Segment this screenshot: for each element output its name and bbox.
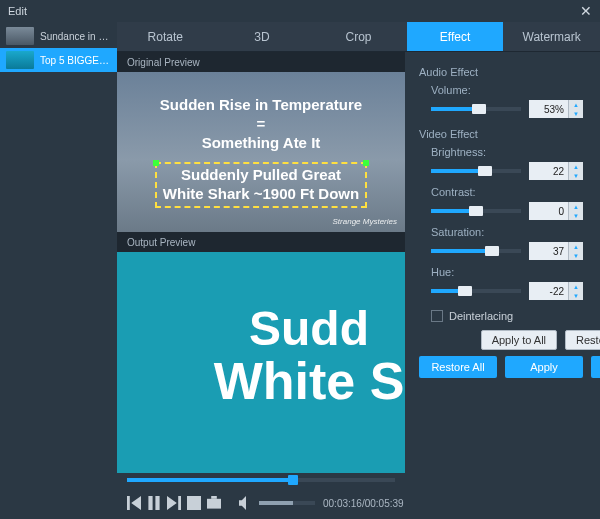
saturation-slider[interactable]	[431, 249, 521, 253]
volume-label: Volume:	[431, 84, 600, 96]
spin-down-icon[interactable]: ▼	[569, 109, 583, 118]
hue-label: Hue:	[431, 266, 600, 278]
svg-rect-0	[187, 496, 201, 510]
spin-down-icon[interactable]: ▼	[569, 291, 583, 300]
audio-effect-section: Audio Effect	[419, 66, 600, 78]
deinterlacing-label: Deinterlacing	[449, 310, 513, 322]
next-icon[interactable]	[167, 496, 181, 510]
volume-icon[interactable]	[239, 496, 253, 510]
original-preview[interactable]: Sudden Rise in Temperature = Something A…	[117, 72, 405, 232]
volume-fill	[259, 501, 293, 505]
seek-fill	[127, 478, 293, 482]
tab-crop[interactable]: Crop	[310, 22, 407, 51]
seek-slider[interactable]	[127, 478, 395, 482]
volume-slider[interactable]	[259, 501, 315, 505]
preview-text: =	[160, 115, 362, 134]
snapshot-icon[interactable]	[207, 496, 221, 510]
saturation-spinner[interactable]: 37▲▼	[529, 242, 583, 260]
preview-text: White S	[214, 354, 405, 409]
volume-spinner[interactable]: 53%▲▼	[529, 100, 583, 118]
prev-icon[interactable]	[127, 496, 141, 510]
pause-icon[interactable]	[147, 496, 161, 510]
sidebar: Sundance in 4... Top 5 BIGGES...	[0, 22, 117, 519]
preview-text: Suddenly Pulled Great	[163, 166, 359, 185]
original-preview-header: Original Preview	[117, 52, 405, 72]
svg-rect-1	[207, 499, 221, 509]
hue-slider[interactable]	[431, 289, 521, 293]
svg-rect-2	[211, 496, 217, 499]
thumbnail-icon	[6, 27, 34, 45]
hue-spinner[interactable]: -22▲▼	[529, 282, 583, 300]
preview-text: White Shark ~1900 Ft Down	[163, 185, 359, 204]
close-icon[interactable]: ✕	[580, 3, 592, 19]
spin-up-icon[interactable]: ▲	[569, 202, 583, 211]
brightness-spinner[interactable]: 22▲▼	[529, 162, 583, 180]
contrast-spinner[interactable]: 0▲▼	[529, 202, 583, 220]
tab-3d[interactable]: 3D	[214, 22, 311, 51]
brightness-label: Brightness:	[431, 146, 600, 158]
tab-effect[interactable]: Effect	[407, 22, 504, 51]
thumbnail-icon	[6, 51, 34, 69]
preview-text: Sudd	[214, 304, 405, 354]
brightness-slider[interactable]	[431, 169, 521, 173]
spin-up-icon[interactable]: ▲	[569, 242, 583, 251]
sidebar-item-label: Top 5 BIGGES...	[40, 55, 111, 66]
output-preview: Sudd White S	[117, 252, 405, 473]
sidebar-item-label: Sundance in 4...	[40, 31, 111, 42]
output-preview-header: Output Preview	[117, 232, 405, 252]
window-title: Edit	[8, 5, 27, 17]
time-display: 00:03:16/00:05:39	[323, 498, 404, 509]
sidebar-item-1[interactable]: Top 5 BIGGES...	[0, 48, 117, 72]
tab-watermark[interactable]: Watermark	[503, 22, 600, 51]
restore-all-button[interactable]: Restore All	[419, 356, 497, 378]
spin-up-icon[interactable]: ▲	[569, 282, 583, 291]
spin-up-icon[interactable]: ▲	[569, 162, 583, 171]
deinterlacing-checkbox[interactable]	[431, 310, 443, 322]
saturation-label: Saturation:	[431, 226, 600, 238]
preview-text: Sudden Rise in Temperature	[160, 96, 362, 115]
video-effect-section: Video Effect	[419, 128, 600, 140]
tab-rotate[interactable]: Rotate	[117, 22, 214, 51]
apply-button[interactable]: Apply	[505, 356, 583, 378]
spin-down-icon[interactable]: ▼	[569, 211, 583, 220]
watermark-text: Strange Mysteries	[333, 217, 397, 226]
close-button[interactable]: Close	[591, 356, 600, 378]
spin-down-icon[interactable]: ▼	[569, 171, 583, 180]
text-selection-box[interactable]: Suddenly Pulled Great White Shark ~1900 …	[155, 162, 367, 208]
sidebar-item-0[interactable]: Sundance in 4...	[0, 24, 117, 48]
contrast-label: Contrast:	[431, 186, 600, 198]
spin-up-icon[interactable]: ▲	[569, 100, 583, 109]
contrast-slider[interactable]	[431, 209, 521, 213]
volume-slider[interactable]	[431, 107, 521, 111]
spin-down-icon[interactable]: ▼	[569, 251, 583, 260]
seek-thumb[interactable]	[288, 475, 298, 485]
tabs: Rotate 3D Crop Effect Watermark	[117, 22, 600, 52]
apply-to-all-button[interactable]: Apply to All	[481, 330, 557, 350]
restore-defaults-button[interactable]: Restore Defaults	[565, 330, 600, 350]
preview-text: Something Ate It	[160, 134, 362, 153]
stop-icon[interactable]	[187, 496, 201, 510]
